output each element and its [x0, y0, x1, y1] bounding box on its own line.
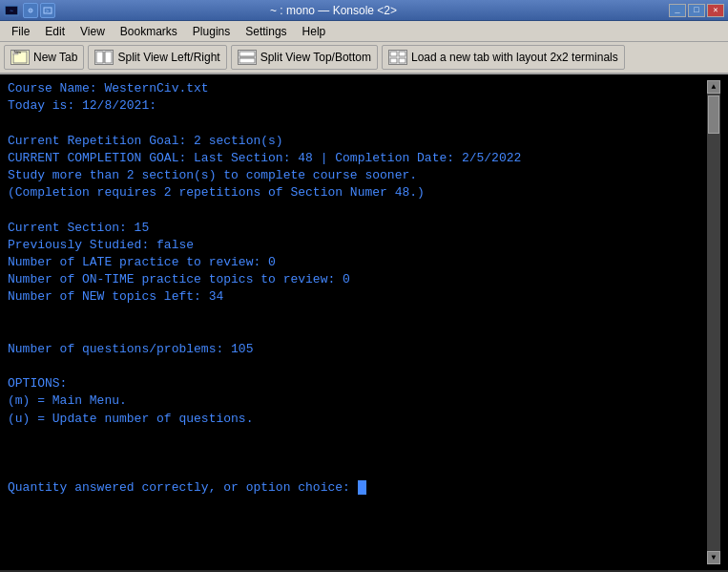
- title-bar: ~ >_ ~ : mono — Konsole <2> _ □ ✕: [0, 0, 728, 21]
- svg-rect-13: [239, 52, 255, 56]
- terminal[interactable]: Course Name: WesternCiv.txt Today is: 12…: [0, 74, 728, 570]
- menu-edit[interactable]: Edit: [37, 23, 73, 40]
- svg-rect-18: [390, 58, 397, 63]
- menu-file[interactable]: File: [4, 23, 37, 40]
- line-11: Number of LATE practice to review: 0: [8, 254, 707, 271]
- split-tb-icon: [238, 50, 257, 65]
- svg-rect-16: [390, 52, 397, 56]
- load-2x2-label: Load a new tab with layout 2x2 terminals: [411, 51, 618, 64]
- svg-rect-17: [399, 52, 406, 56]
- scrollbar[interactable]: ▲ ▼: [707, 80, 720, 564]
- split-lr-icon: [94, 50, 114, 65]
- menu-bar: File Edit View Bookmarks Plugins Setting…: [0, 21, 728, 42]
- menu-view[interactable]: View: [73, 23, 113, 40]
- terminal-content: Course Name: WesternCiv.txt Today is: 12…: [8, 80, 707, 564]
- line-9: Current Section: 15: [8, 220, 707, 237]
- scroll-up-button[interactable]: ▲: [707, 80, 720, 94]
- svg-rect-10: [96, 52, 103, 63]
- line-20: (u) = Update number of questions.: [8, 411, 707, 428]
- menu-help[interactable]: Help: [295, 23, 334, 40]
- line-16: Number of questions/problems: 105: [8, 341, 707, 358]
- line-12: Number of ON-TIME practice topics to rev…: [8, 271, 707, 288]
- load-2x2-icon: [388, 50, 407, 65]
- line-5: CURRENT COMPLETION GOAL: Last Section: 4…: [8, 150, 707, 167]
- line-23: [8, 462, 707, 479]
- new-tab-button[interactable]: New New Tab: [4, 45, 84, 70]
- window-buttons: _ □ ✕: [669, 4, 724, 17]
- split-tb-label: Split View Top/Bottom: [260, 51, 371, 64]
- toolbar: New New Tab Split View Left/Right Split …: [0, 42, 728, 74]
- line-19: (m) = Main Menu.: [8, 392, 707, 410]
- window-title: ~ : mono — Konsole <2>: [0, 4, 669, 17]
- split-lr-label: Split View Left/Right: [117, 51, 219, 64]
- line-3: [8, 115, 707, 132]
- maximize-button[interactable]: □: [688, 4, 705, 17]
- menu-bookmarks[interactable]: Bookmarks: [113, 23, 185, 40]
- line-8: [8, 201, 707, 219]
- line-14: [8, 306, 707, 323]
- svg-text:New: New: [14, 51, 21, 54]
- line-prompt: Quantity answered correctly, or option c…: [8, 479, 707, 497]
- line-10: Previously Studied: false: [8, 237, 707, 254]
- new-tab-label: New Tab: [33, 51, 77, 64]
- svg-rect-14: [239, 58, 255, 63]
- scrollbar-thumb[interactable]: [708, 95, 719, 134]
- load-2x2-button[interactable]: Load a new tab with layout 2x2 terminals: [382, 45, 625, 70]
- line-2: Today is: 12/8/2021:: [8, 97, 707, 115]
- line-17: [8, 358, 707, 375]
- line-6: Study more than 2 section(s) to complete…: [8, 167, 707, 184]
- line-15: [8, 324, 707, 341]
- line-13: Number of NEW topics left: 34: [8, 288, 707, 306]
- cursor: [358, 480, 366, 495]
- svg-rect-11: [105, 52, 112, 63]
- line-4: Current Repetition Goal: 2 section(s): [8, 133, 707, 150]
- menu-plugins[interactable]: Plugins: [185, 23, 238, 40]
- svg-rect-19: [399, 58, 406, 63]
- minimize-button[interactable]: _: [669, 4, 686, 17]
- split-lr-button[interactable]: Split View Left/Right: [88, 45, 226, 70]
- line-22: [8, 445, 707, 462]
- menu-settings[interactable]: Settings: [238, 23, 294, 40]
- scroll-down-button[interactable]: ▼: [707, 551, 720, 564]
- split-tb-button[interactable]: Split View Top/Bottom: [231, 45, 378, 70]
- line-18: OPTIONS:: [8, 375, 707, 392]
- line-21: [8, 428, 707, 445]
- close-button[interactable]: ✕: [707, 4, 724, 17]
- line-7: (Completion requires 2 repetitions of Se…: [8, 184, 707, 201]
- new-tab-icon: New: [10, 50, 30, 65]
- line-1: Course Name: WesternCiv.txt: [8, 80, 707, 97]
